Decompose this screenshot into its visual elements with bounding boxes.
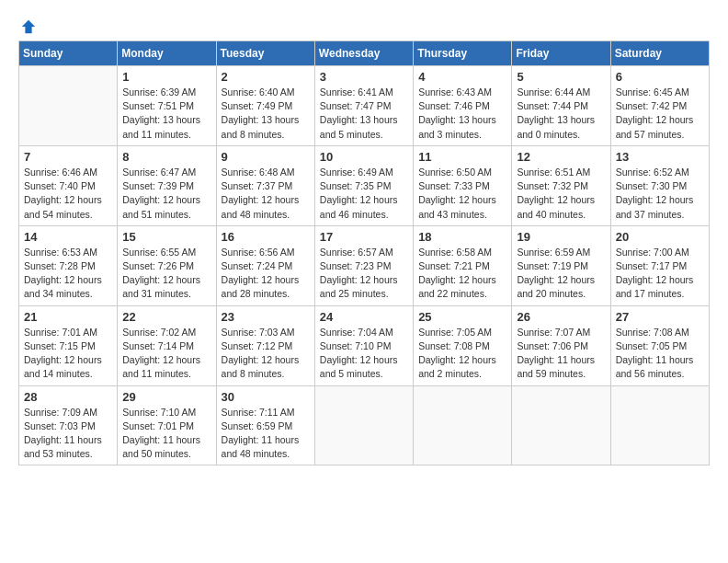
calendar-cell [414,385,512,465]
calendar-cell: 17Sunrise: 6:57 AMSunset: 7:23 PMDayligh… [314,225,413,305]
calendar-week-2: 7Sunrise: 6:46 AMSunset: 7:40 PMDaylight… [19,145,710,225]
calendar-cell [314,385,413,465]
day-info: Sunrise: 6:39 AMSunset: 7:51 PMDaylight:… [122,86,210,142]
day-number: 27 [616,310,704,324]
calendar-cell: 29Sunrise: 7:10 AMSunset: 7:01 PMDayligh… [118,385,216,465]
day-info: Sunrise: 6:48 AMSunset: 7:37 PMDaylight:… [222,166,310,222]
calendar-cell [610,385,709,465]
calendar-header-saturday: Saturday [610,41,709,66]
day-number: 30 [222,390,310,404]
calendar-cell: 19Sunrise: 6:59 AMSunset: 7:19 PMDayligh… [512,225,610,305]
day-number: 23 [222,310,310,324]
day-info: Sunrise: 6:44 AMSunset: 7:44 PMDaylight:… [517,86,605,142]
day-info: Sunrise: 6:59 AMSunset: 7:19 PMDaylight:… [517,246,605,302]
day-info: Sunrise: 7:01 AMSunset: 7:15 PMDaylight:… [24,326,112,382]
calendar-cell: 2Sunrise: 6:40 AMSunset: 7:49 PMDaylight… [216,66,314,146]
day-info: Sunrise: 6:56 AMSunset: 7:24 PMDaylight:… [222,246,310,302]
day-info: Sunrise: 7:05 AMSunset: 7:08 PMDaylight:… [418,326,506,382]
calendar-week-3: 14Sunrise: 6:53 AMSunset: 7:28 PMDayligh… [19,225,710,305]
day-info: Sunrise: 6:41 AMSunset: 7:47 PMDaylight:… [320,86,408,142]
day-info: Sunrise: 6:55 AMSunset: 7:26 PMDaylight:… [122,246,210,302]
day-number: 25 [418,310,506,324]
day-number: 11 [418,150,506,164]
day-number: 1 [122,70,210,84]
day-info: Sunrise: 6:52 AMSunset: 7:30 PMDaylight:… [616,166,704,222]
calendar-cell: 6Sunrise: 6:45 AMSunset: 7:42 PMDaylight… [610,66,709,146]
day-info: Sunrise: 7:09 AMSunset: 7:03 PMDaylight:… [24,406,112,462]
calendar-cell: 7Sunrise: 6:46 AMSunset: 7:40 PMDaylight… [19,145,118,225]
calendar-table: SundayMondayTuesdayWednesdayThursdayFrid… [18,40,710,465]
calendar-cell: 24Sunrise: 7:04 AMSunset: 7:10 PMDayligh… [314,305,413,385]
day-info: Sunrise: 6:47 AMSunset: 7:39 PMDaylight:… [122,166,210,222]
calendar-cell: 23Sunrise: 7:03 AMSunset: 7:12 PMDayligh… [216,305,314,385]
day-number: 16 [222,230,310,244]
day-info: Sunrise: 6:43 AMSunset: 7:46 PMDaylight:… [418,86,506,142]
calendar-cell: 10Sunrise: 6:49 AMSunset: 7:35 PMDayligh… [314,145,413,225]
calendar-cell: 20Sunrise: 7:00 AMSunset: 7:17 PMDayligh… [610,225,709,305]
calendar-cell: 18Sunrise: 6:58 AMSunset: 7:21 PMDayligh… [414,225,512,305]
calendar-cell: 22Sunrise: 7:02 AMSunset: 7:14 PMDayligh… [118,305,216,385]
calendar-header-wednesday: Wednesday [314,41,413,66]
calendar-header-monday: Monday [118,41,216,66]
day-info: Sunrise: 6:57 AMSunset: 7:23 PMDaylight:… [320,246,408,302]
calendar-cell: 11Sunrise: 6:50 AMSunset: 7:33 PMDayligh… [414,145,512,225]
calendar-header-thursday: Thursday [414,41,512,66]
calendar-cell: 27Sunrise: 7:08 AMSunset: 7:05 PMDayligh… [610,305,709,385]
day-info: Sunrise: 7:02 AMSunset: 7:14 PMDaylight:… [122,326,210,382]
calendar-cell: 5Sunrise: 6:44 AMSunset: 7:44 PMDaylight… [512,66,610,146]
calendar-week-1: 1Sunrise: 6:39 AMSunset: 7:51 PMDaylight… [19,66,710,146]
calendar-cell: 3Sunrise: 6:41 AMSunset: 7:47 PMDaylight… [314,66,413,146]
day-number: 19 [517,230,605,244]
day-number: 24 [320,310,408,324]
day-info: Sunrise: 6:49 AMSunset: 7:35 PMDaylight:… [320,166,408,222]
calendar-cell: 26Sunrise: 7:07 AMSunset: 7:06 PMDayligh… [512,305,610,385]
day-number: 21 [24,310,112,324]
day-number: 7 [24,150,112,164]
calendar-cell: 4Sunrise: 6:43 AMSunset: 7:46 PMDaylight… [414,66,512,146]
calendar-week-4: 21Sunrise: 7:01 AMSunset: 7:15 PMDayligh… [19,305,710,385]
calendar-cell [19,66,118,146]
day-number: 8 [122,150,210,164]
calendar-cell: 9Sunrise: 6:48 AMSunset: 7:37 PMDaylight… [216,145,314,225]
calendar-cell: 13Sunrise: 6:52 AMSunset: 7:30 PMDayligh… [610,145,709,225]
day-info: Sunrise: 6:51 AMSunset: 7:32 PMDaylight:… [517,166,605,222]
calendar-header-row: SundayMondayTuesdayWednesdayThursdayFrid… [19,41,710,66]
day-number: 9 [222,150,310,164]
day-number: 15 [122,230,210,244]
day-info: Sunrise: 6:53 AMSunset: 7:28 PMDaylight:… [24,246,112,302]
day-info: Sunrise: 6:50 AMSunset: 7:33 PMDaylight:… [418,166,506,222]
day-info: Sunrise: 7:08 AMSunset: 7:05 PMDaylight:… [616,326,704,382]
logo-icon [20,18,37,35]
calendar-cell: 21Sunrise: 7:01 AMSunset: 7:15 PMDayligh… [19,305,118,385]
calendar-cell: 30Sunrise: 7:11 AMSunset: 6:59 PMDayligh… [216,385,314,465]
day-info: Sunrise: 7:04 AMSunset: 7:10 PMDaylight:… [320,326,408,382]
day-info: Sunrise: 7:11 AMSunset: 6:59 PMDaylight:… [222,406,310,462]
day-number: 3 [320,70,408,84]
day-number: 29 [122,390,210,404]
calendar-cell: 1Sunrise: 6:39 AMSunset: 7:51 PMDaylight… [118,66,216,146]
day-number: 17 [320,230,408,244]
day-number: 12 [517,150,605,164]
day-number: 22 [122,310,210,324]
day-info: Sunrise: 6:46 AMSunset: 7:40 PMDaylight:… [24,166,112,222]
day-number: 10 [320,150,408,164]
day-number: 14 [24,230,112,244]
svg-marker-0 [22,20,35,33]
day-number: 28 [24,390,112,404]
day-info: Sunrise: 6:40 AMSunset: 7:49 PMDaylight:… [222,86,310,142]
calendar-cell: 8Sunrise: 6:47 AMSunset: 7:39 PMDaylight… [118,145,216,225]
calendar-cell [512,385,610,465]
calendar-week-5: 28Sunrise: 7:09 AMSunset: 7:03 PMDayligh… [19,385,710,465]
day-info: Sunrise: 7:00 AMSunset: 7:17 PMDaylight:… [616,246,704,302]
page-header [18,18,710,31]
day-info: Sunrise: 6:58 AMSunset: 7:21 PMDaylight:… [418,246,506,302]
day-number: 20 [616,230,704,244]
calendar-cell: 25Sunrise: 7:05 AMSunset: 7:08 PMDayligh… [414,305,512,385]
day-info: Sunrise: 7:07 AMSunset: 7:06 PMDaylight:… [517,326,605,382]
day-info: Sunrise: 7:03 AMSunset: 7:12 PMDaylight:… [222,326,310,382]
day-info: Sunrise: 6:45 AMSunset: 7:42 PMDaylight:… [616,86,704,142]
calendar-cell: 15Sunrise: 6:55 AMSunset: 7:26 PMDayligh… [118,225,216,305]
day-number: 6 [616,70,704,84]
day-number: 18 [418,230,506,244]
calendar-header-friday: Friday [512,41,610,66]
